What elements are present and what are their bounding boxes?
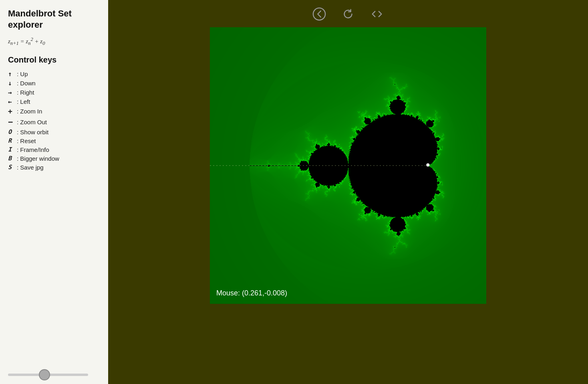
list-item: I : Frame/Info bbox=[8, 146, 100, 153]
speed-slider[interactable] bbox=[8, 374, 88, 376]
key-orbit-symbol: O bbox=[8, 128, 15, 135]
key-list: ↑ : Up ↓ : Down → : Right ← : Left + : Z… bbox=[8, 70, 100, 171]
formula-display: zn+1 = zn2 + z0 bbox=[8, 36, 100, 46]
app-title: Mandelbrot Set explorer bbox=[8, 8, 100, 30]
list-item: S : Save jpg bbox=[8, 164, 100, 171]
reload-button[interactable] bbox=[340, 6, 356, 22]
list-item: − : Zoom Out bbox=[8, 117, 100, 127]
key-bigger-label: : Bigger window bbox=[17, 155, 59, 162]
key-up-label: : Up bbox=[17, 71, 28, 77]
list-item: B : Bigger window bbox=[8, 155, 100, 162]
key-reset-label: : Reset bbox=[17, 137, 36, 144]
key-left-label: : Left bbox=[17, 98, 30, 105]
key-reset-symbol: R bbox=[8, 137, 15, 144]
code-icon bbox=[370, 7, 384, 21]
key-orbit-label: : Show orbit bbox=[17, 129, 48, 135]
list-item: O : Show orbit bbox=[8, 128, 100, 135]
fractal-viewer[interactable]: Mouse: (0.261,-0.008) bbox=[210, 27, 486, 304]
key-up-symbol: ↑ bbox=[8, 70, 15, 78]
toolbar bbox=[311, 4, 385, 22]
reload-icon bbox=[341, 7, 355, 21]
key-info-label: : Frame/Info bbox=[17, 146, 49, 153]
main-content: Mouse: (0.261,-0.008) bbox=[108, 0, 588, 384]
slider-container bbox=[8, 366, 100, 376]
list-item: → : Right bbox=[8, 89, 100, 96]
key-down-label: : Down bbox=[17, 80, 36, 87]
key-info-symbol: I bbox=[8, 146, 15, 153]
sidebar: Mandelbrot Set explorer zn+1 = zn2 + z0 … bbox=[0, 0, 108, 384]
key-right-label: : Right bbox=[17, 89, 34, 96]
fractal-canvas[interactable] bbox=[210, 27, 486, 304]
svg-point-0 bbox=[313, 8, 325, 20]
key-bigger-symbol: B bbox=[8, 155, 15, 162]
key-save-label: : Save jpg bbox=[17, 164, 44, 171]
list-item: ← : Left bbox=[8, 98, 100, 105]
key-right-symbol: → bbox=[8, 89, 15, 96]
key-zoomin-symbol: + bbox=[8, 107, 15, 115]
list-item: + : Zoom In bbox=[8, 107, 100, 115]
list-item: ↓ : Down bbox=[8, 79, 100, 87]
list-item: ↑ : Up bbox=[8, 70, 100, 78]
back-button[interactable] bbox=[311, 6, 328, 22]
key-zoomout-label: : Zoom Out bbox=[17, 119, 47, 125]
list-item: R : Reset bbox=[8, 137, 100, 144]
control-keys-heading: Control keys bbox=[8, 55, 100, 65]
key-zoomout-symbol: − bbox=[8, 117, 15, 127]
key-down-symbol: ↓ bbox=[8, 79, 15, 87]
key-zoomin-label: : Zoom In bbox=[17, 108, 42, 115]
back-icon bbox=[312, 7, 326, 21]
key-left-symbol: ← bbox=[8, 98, 15, 105]
key-save-symbol: S bbox=[8, 164, 15, 171]
code-button[interactable] bbox=[369, 6, 385, 22]
